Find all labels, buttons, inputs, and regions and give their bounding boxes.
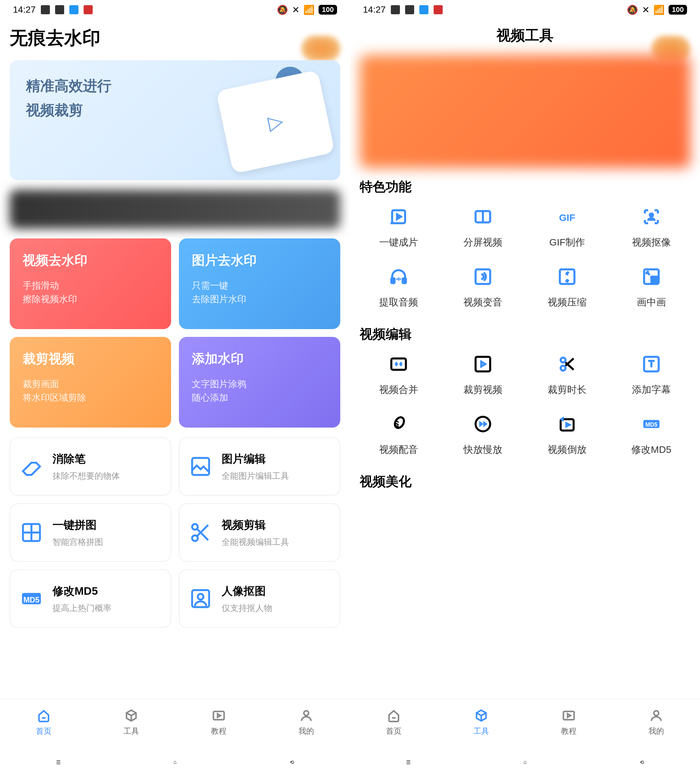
wifi-icon: 📶	[303, 5, 315, 15]
back-button[interactable]: ⟲	[632, 752, 652, 772]
ad-bar-blurred[interactable]	[10, 190, 340, 229]
nav-label: 教程	[211, 726, 227, 736]
tool-mic[interactable]: 视频配音	[360, 412, 438, 456]
tool-cut-time[interactable]: 裁剪时长	[528, 353, 606, 396]
tool-card-3[interactable]: 视频剪辑 全能视频编辑工具	[179, 503, 340, 562]
nav-label: 工具	[473, 726, 489, 736]
tool-headphone[interactable]: 提取音频	[360, 265, 438, 309]
nav-home[interactable]: 首页	[0, 699, 88, 744]
nav-label: 我的	[298, 726, 314, 736]
feature-card-0[interactable]: 视频去水印 手指滑动擦除视频水印	[10, 238, 171, 329]
tool-title: 修改MD5	[52, 584, 161, 599]
tool-compress[interactable]: 视频压缩	[528, 265, 606, 309]
merge-icon	[387, 353, 410, 376]
grid-icon	[20, 521, 43, 544]
nav-label: 首页	[386, 726, 402, 736]
battery: 100	[668, 5, 687, 15]
svg-rect-8	[213, 711, 224, 720]
user-icon	[298, 708, 314, 723]
status-time: 14:27	[363, 5, 386, 15]
home-button[interactable]: ⌂	[165, 752, 185, 772]
nav-user[interactable]: 我的	[612, 699, 700, 744]
svg-point-2	[192, 524, 198, 530]
svg-rect-14	[392, 278, 395, 283]
feature-card-3[interactable]: 添加水印 文字图片涂鸦随心添加	[179, 337, 340, 427]
banner-blurred[interactable]	[360, 55, 690, 168]
nav-play[interactable]: 教程	[525, 699, 612, 744]
svg-point-22	[561, 358, 565, 363]
tool-gif[interactable]: GIF GIF制作	[528, 205, 606, 249]
tool-sound[interactable]: 视频变音	[444, 265, 522, 309]
tool-crop[interactable]: 裁剪视频	[444, 353, 522, 396]
card-icon	[122, 379, 162, 418]
nav-cube[interactable]: 工具	[438, 699, 525, 744]
svg-rect-21	[476, 357, 490, 371]
feature-card-2[interactable]: 裁剪视频 裁剪画面将水印区域剪除	[10, 337, 171, 427]
signal-icon: ✕	[642, 5, 650, 15]
svg-rect-30	[563, 711, 574, 720]
tool-speed[interactable]: 快放慢放	[444, 412, 522, 456]
tool-label: 视频变音	[463, 296, 502, 309]
home-button[interactable]: ⌂	[515, 752, 535, 772]
tool-label: 视频配音	[379, 443, 418, 456]
tool-title: 消除笔	[52, 452, 161, 466]
crop-icon	[472, 353, 494, 376]
tool-card-5[interactable]: 人像抠图 仅支持抠人物	[179, 569, 340, 628]
nav-home[interactable]: 首页	[350, 699, 438, 744]
tool-person-scan[interactable]: 视频抠像	[612, 205, 690, 249]
mute-icon: 🔕	[627, 5, 638, 15]
gif-icon: GIF	[556, 205, 578, 228]
home-icon	[36, 708, 52, 723]
tool-label: 视频倒放	[548, 443, 587, 456]
nav-user[interactable]: 我的	[262, 699, 350, 744]
phone-left: 14:27 🔕 ✕ 📶 100 无痕去水印 精准高效进行 视频裁剪 视频去水印 …	[0, 0, 350, 780]
tool-title: 图片编辑	[222, 452, 330, 466]
tool-label: 视频抠像	[632, 236, 671, 249]
tool-label: 画中画	[637, 296, 666, 309]
recent-button[interactable]: ☰	[48, 752, 68, 772]
tool-play-in[interactable]: 一键成片	[360, 205, 438, 249]
svg-rect-20	[392, 359, 406, 370]
nav-play[interactable]: 教程	[175, 699, 262, 744]
system-nav: ☰ ⌂ ⟲	[0, 744, 350, 780]
status-time: 14:27	[13, 5, 36, 15]
cut-time-icon	[556, 353, 578, 376]
app-icon	[419, 5, 428, 14]
user-icon	[648, 708, 664, 723]
svg-rect-19	[652, 277, 657, 283]
tool-merge[interactable]: 视频合并	[360, 353, 438, 396]
pip-icon	[640, 265, 663, 288]
split-icon	[472, 205, 494, 228]
tool-text[interactable]: 添加字幕	[612, 353, 690, 396]
tool-split[interactable]: 分屏视频	[444, 205, 522, 249]
svg-point-3	[192, 536, 198, 541]
tool-card-4[interactable]: MD5 修改MD5 提高上热门概率	[10, 569, 171, 628]
avatar-blur[interactable]	[302, 36, 340, 62]
cube-icon	[123, 708, 139, 723]
reverse-icon	[556, 412, 578, 435]
tool-title: 视频剪辑	[222, 517, 330, 532]
card-title: 图片去水印	[192, 251, 327, 269]
tool-pip[interactable]: 画中画	[612, 265, 690, 309]
tool-label: 视频合并	[379, 383, 418, 396]
card-title: 视频去水印	[23, 251, 158, 269]
recent-button[interactable]: ☰	[398, 752, 418, 772]
signal-icon: ✕	[292, 5, 300, 15]
tool-card-1[interactable]: 图片编辑 全能图片编辑工具	[179, 437, 340, 496]
card-icon	[292, 281, 330, 319]
nav-cube[interactable]: 工具	[88, 699, 175, 744]
tool-card-2[interactable]: 一键拼图 智能宫格拼图	[10, 503, 171, 562]
tool-reverse[interactable]: 视频倒放	[528, 412, 606, 456]
tool-card-0[interactable]: 消除笔 抹除不想要的物体	[10, 437, 171, 496]
svg-point-23	[561, 366, 565, 371]
tool-md5b[interactable]: MD5 修改MD5	[612, 412, 690, 456]
section-title-0: 特色功能	[360, 178, 690, 196]
svg-point-9	[304, 711, 309, 715]
cube-icon	[473, 708, 489, 723]
feature-card-1[interactable]: 图片去水印 只需一键去除图片水印	[179, 238, 340, 329]
phone-right: 14:27 🔕 ✕ 📶 100 视频工具 特色功能 一键成片 分屏视频 GIF …	[350, 0, 700, 780]
tool-label: 添加字幕	[632, 383, 671, 396]
back-button[interactable]: ⟲	[282, 752, 302, 772]
banner[interactable]: 精准高效进行 视频裁剪	[10, 60, 340, 180]
card-icon	[292, 379, 330, 418]
